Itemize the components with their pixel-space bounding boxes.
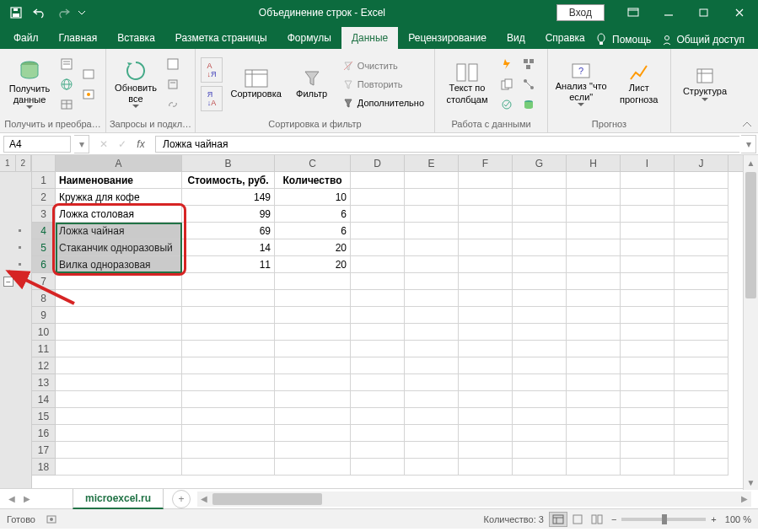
col-header-F[interactable]: F	[459, 155, 513, 171]
cell[interactable]	[513, 206, 567, 223]
cell[interactable]: Вилка одноразовая	[56, 256, 182, 273]
cell[interactable]	[567, 273, 621, 290]
cell[interactable]	[56, 341, 182, 357]
cell[interactable]	[405, 172, 459, 189]
cell[interactable]	[351, 357, 405, 374]
cell[interactable]	[182, 290, 275, 307]
row-header[interactable]: 7	[32, 273, 56, 290]
cell[interactable]	[621, 256, 675, 273]
cell[interactable]	[56, 273, 182, 290]
vertical-scrollbar[interactable]: ▲ ▼	[743, 155, 758, 490]
row-header[interactable]: 14	[32, 391, 56, 408]
cell[interactable]	[182, 442, 275, 459]
cell[interactable]	[675, 206, 728, 223]
cell[interactable]	[405, 307, 459, 324]
row-header[interactable]: 1	[32, 172, 56, 189]
cell[interactable]	[459, 273, 513, 290]
zoom-slider[interactable]	[621, 518, 706, 521]
view-page-break-icon[interactable]	[588, 512, 606, 527]
tab-formulas[interactable]: Формулы	[277, 27, 341, 49]
cell[interactable]	[351, 459, 405, 476]
sort-button[interactable]: Сортировка	[226, 54, 286, 115]
text-to-columns-button[interactable]: Текст по столбцам	[440, 54, 494, 115]
cell[interactable]	[182, 374, 275, 391]
advanced-filter-button[interactable]: Дополнительно	[337, 94, 429, 112]
cell[interactable]: 6	[275, 206, 351, 223]
col-header-J[interactable]: J	[675, 155, 728, 171]
cell[interactable]	[459, 189, 513, 206]
cell[interactable]	[182, 341, 275, 357]
cell[interactable]	[567, 357, 621, 374]
cell[interactable]	[56, 459, 182, 476]
cell[interactable]	[567, 223, 621, 239]
tab-data[interactable]: Данные	[341, 27, 398, 49]
cell[interactable]	[513, 459, 567, 476]
zoom-out-button[interactable]: −	[611, 514, 616, 524]
cell[interactable]	[567, 206, 621, 223]
cell[interactable]	[459, 223, 513, 239]
cell[interactable]	[513, 442, 567, 459]
cell[interactable]	[351, 273, 405, 290]
expand-formula-bar-icon[interactable]: ▾	[741, 135, 756, 153]
cell[interactable]	[405, 223, 459, 239]
relationships-icon[interactable]	[519, 75, 538, 94]
cell[interactable]	[513, 408, 567, 425]
cell[interactable]	[351, 391, 405, 408]
filter-button[interactable]: Фильтр	[289, 54, 334, 115]
cell[interactable]	[675, 324, 728, 341]
cell[interactable]	[675, 307, 728, 324]
from-table-icon[interactable]	[57, 95, 76, 114]
cell[interactable]	[567, 374, 621, 391]
consolidate-icon[interactable]	[519, 55, 538, 73]
cell[interactable]	[621, 172, 675, 189]
cell[interactable]	[675, 273, 728, 290]
cell[interactable]: Количество	[275, 172, 351, 189]
cell[interactable]	[56, 408, 182, 425]
cell[interactable]	[275, 324, 351, 341]
name-box-dropdown-icon[interactable]: ▾	[74, 135, 89, 153]
cell[interactable]	[351, 223, 405, 239]
cell[interactable]	[513, 374, 567, 391]
cell[interactable]: 20	[275, 239, 351, 256]
cell[interactable]	[675, 172, 728, 189]
from-text-icon[interactable]	[57, 55, 76, 73]
cell[interactable]	[56, 290, 182, 307]
cell[interactable]	[405, 256, 459, 273]
cell[interactable]	[459, 290, 513, 307]
row-header[interactable]: 15	[32, 408, 56, 425]
cell[interactable]	[275, 357, 351, 374]
cell[interactable]	[459, 459, 513, 476]
cell[interactable]	[675, 425, 728, 442]
cell[interactable]	[351, 189, 405, 206]
cell[interactable]	[621, 459, 675, 476]
close-icon[interactable]	[723, 1, 756, 24]
cell[interactable]	[513, 223, 567, 239]
add-sheet-button[interactable]: +	[172, 490, 191, 508]
cell[interactable]	[567, 172, 621, 189]
cell[interactable]	[182, 273, 275, 290]
cell[interactable]	[56, 357, 182, 374]
cell[interactable]: Ложка столовая	[56, 206, 182, 223]
cell[interactable]	[405, 206, 459, 223]
cell[interactable]	[675, 357, 728, 374]
cell[interactable]: Наименование	[56, 172, 182, 189]
sheet-nav-next-icon[interactable]: ▶	[20, 492, 34, 507]
formula-input[interactable]	[155, 136, 739, 153]
cell[interactable]	[275, 442, 351, 459]
cell[interactable]	[405, 239, 459, 256]
cell[interactable]	[567, 290, 621, 307]
row-header[interactable]: 13	[32, 374, 56, 391]
row-header[interactable]: 11	[32, 341, 56, 357]
cell[interactable]	[182, 425, 275, 442]
cell[interactable]	[621, 273, 675, 290]
cell[interactable]	[621, 206, 675, 223]
row-header[interactable]: 12	[32, 357, 56, 374]
cell[interactable]	[513, 273, 567, 290]
cell[interactable]	[513, 172, 567, 189]
cell[interactable]	[459, 239, 513, 256]
cancel-formula-icon[interactable]: ✕	[94, 135, 113, 153]
share-button[interactable]: Общий доступ	[656, 30, 750, 49]
refresh-all-button[interactable]: Обновить все	[111, 54, 160, 115]
scroll-down-icon[interactable]: ▼	[744, 475, 758, 490]
cell[interactable]: 6	[275, 223, 351, 239]
